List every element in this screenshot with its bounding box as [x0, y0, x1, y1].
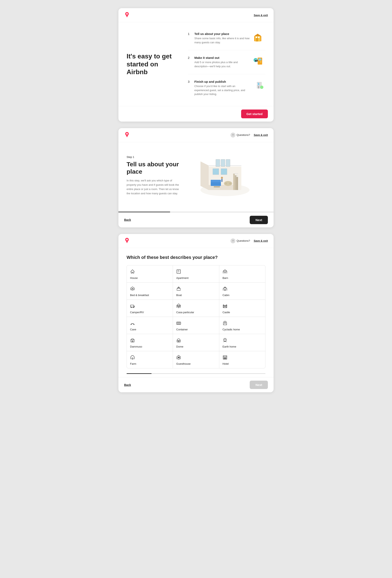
property-label-8: Castle [222, 311, 230, 314]
intro-card: Save & exit It's easy to get started on … [118, 8, 274, 122]
property-item-castle[interactable]: Castle [219, 300, 265, 317]
svg-point-14 [260, 86, 263, 89]
property-icon-2 [222, 269, 227, 275]
save-exit-button[interactable]: Save & exit [254, 14, 268, 17]
svg-rect-66 [225, 358, 226, 358]
property-label-2: Barn [222, 276, 228, 280]
svg-rect-64 [223, 356, 227, 359]
step-desc-3: Choose if you'd like to start with an ex… [194, 84, 250, 96]
property-icon-12 [130, 338, 135, 343]
svg-rect-8 [260, 61, 261, 62]
describe-body: Which of these best describes your place… [118, 248, 274, 374]
svg-marker-18 [201, 161, 209, 190]
svg-rect-7 [259, 61, 260, 63]
step-number-1: 1 [188, 32, 191, 36]
step-row-3: 3 Finish up and publish Choose if you'd … [188, 80, 265, 96]
property-label-12: Dammuso [130, 345, 142, 348]
back-button-3[interactable]: Back [124, 383, 131, 386]
back-button-2[interactable]: Back [124, 218, 131, 221]
svg-point-59 [223, 338, 226, 341]
property-icon-16 [176, 355, 181, 361]
property-icon-8 [222, 303, 227, 309]
step-desc-1: Share some basic info, like where it is … [194, 36, 250, 44]
svg-rect-29 [211, 182, 221, 186]
property-icon-5 [222, 286, 227, 292]
questions-label-3: Questions? [237, 239, 250, 242]
get-started-button[interactable]: Get started [241, 109, 268, 118]
property-item-cycladic-home[interactable]: Cycladic home [219, 317, 265, 334]
property-item-hotel[interactable]: Hotel [219, 351, 265, 368]
property-label-17: Hotel [222, 362, 229, 365]
svg-point-54 [224, 322, 226, 323]
property-item-cabin[interactable]: Cabin [219, 283, 265, 299]
property-item-boat[interactable]: Boat [173, 283, 219, 299]
svg-rect-57 [177, 340, 180, 342]
step-content-3: Finish up and publish Choose if you'd li… [194, 80, 250, 96]
intro-left: It's easy to get started on Airbnb [127, 52, 180, 76]
questions-button-3[interactable]: ? Questions? [230, 239, 250, 243]
svg-rect-30 [211, 180, 221, 182]
save-exit-button-2[interactable]: Save & exit [254, 133, 268, 137]
property-label-13: Dome [176, 345, 183, 348]
intro-card-body: It's easy to get started on Airbnb 1 Tel… [118, 22, 274, 106]
property-item-dome[interactable]: Dome [173, 334, 219, 351]
property-label-3: Bed & breakfast [130, 293, 149, 297]
step-icon-2: 📷 [253, 56, 265, 66]
property-icon-4 [176, 286, 181, 292]
tell-us-image [185, 153, 265, 198]
svg-rect-6 [259, 58, 261, 60]
property-item-farm[interactable]: Farm [127, 351, 173, 368]
svg-rect-47 [178, 306, 179, 308]
property-item-earth-home[interactable]: Earth home [219, 334, 265, 351]
describe-card-header: ? Questions? Save & exit [118, 234, 274, 248]
step-label: Step 1 [127, 155, 180, 158]
property-label-14: Earth home [222, 345, 236, 348]
property-item-apartment[interactable]: Apartment [173, 265, 219, 282]
next-button-3[interactable]: Next [250, 381, 268, 389]
property-icon-14 [222, 338, 227, 343]
property-icon-13 [176, 338, 181, 343]
property-item-container[interactable]: Container [173, 317, 219, 334]
svg-point-35 [221, 177, 223, 179]
airbnb-logo-3 [124, 238, 130, 244]
property-icon-15 [130, 355, 135, 361]
property-grid: HouseApartmentBarnBed & breakfastBoatCab… [127, 265, 265, 368]
step-desc-2: Add 5 or more photos plus a title and de… [194, 60, 250, 68]
intro-card-header: Save & exit [118, 8, 274, 22]
property-label-7: Casa particular [176, 311, 194, 314]
property-item-dammuso[interactable]: Dammuso [127, 334, 173, 351]
questions-label: Questions? [237, 133, 250, 137]
property-item-guesthouse[interactable]: Guesthouse [173, 351, 219, 368]
svg-rect-63 [179, 357, 179, 358]
property-icon-6 [130, 303, 135, 309]
property-item-house[interactable]: House [127, 265, 173, 282]
airbnb-logo [124, 12, 130, 18]
page-container: Save & exit It's easy to get started on … [118, 8, 274, 392]
svg-rect-56 [132, 341, 133, 342]
property-item-barn[interactable]: Barn [219, 265, 265, 282]
step-icon-3 [253, 80, 265, 90]
svg-rect-42 [132, 289, 133, 290]
describe-footer: Back Next [118, 377, 274, 392]
progress-seg-2 [170, 212, 222, 212]
tell-us-card-header: ? Questions? Save & exit [118, 128, 274, 142]
svg-point-34 [229, 183, 231, 184]
property-item-cave[interactable]: Cave [127, 317, 173, 334]
next-button-2[interactable]: Next [250, 216, 268, 224]
describe-heading: Which of these best describes your place… [127, 255, 265, 260]
save-exit-button-3[interactable]: Save & exit [254, 239, 268, 242]
describe-card: ? Questions? Save & exit Which of these … [118, 234, 274, 392]
property-item-camper-rv[interactable]: Camper/RV [127, 300, 173, 317]
svg-rect-15 [257, 84, 258, 85]
property-label-6: Camper/RV [130, 311, 144, 314]
property-item-casa-particular[interactable]: Casa particular [173, 300, 219, 317]
svg-rect-60 [132, 358, 133, 359]
property-item-bed---breakfast[interactable]: Bed & breakfast [127, 283, 173, 299]
questions-button[interactable]: ? Questions? [230, 133, 250, 138]
svg-rect-58 [178, 340, 179, 342]
progress-bar [118, 212, 274, 212]
svg-text:📷: 📷 [255, 59, 258, 62]
property-icon-9 [130, 321, 135, 326]
svg-rect-22 [233, 174, 235, 190]
tell-us-left: Step 1 Tell us about your place In this … [127, 155, 180, 195]
